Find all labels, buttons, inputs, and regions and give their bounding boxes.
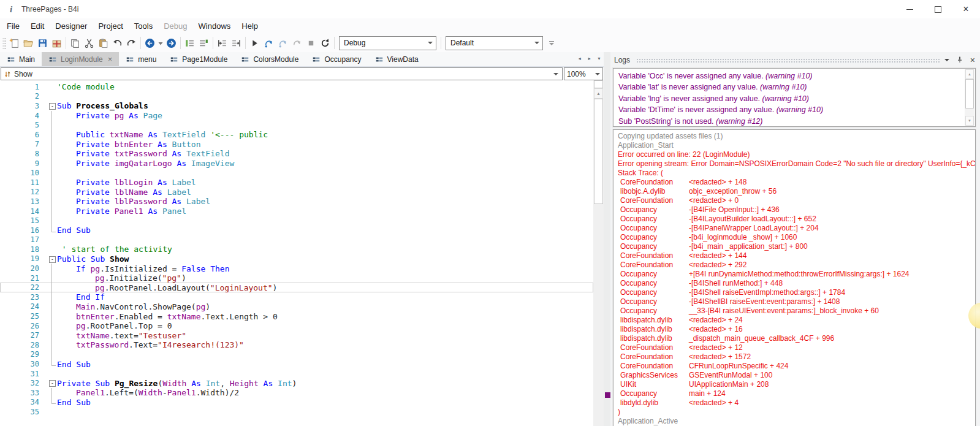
code-line[interactable]: 20If pg.IsInitialized = False Then: [0, 264, 593, 273]
menu-help[interactable]: Help: [236, 20, 264, 32]
code-line[interactable]: 6Public txtName As TextField '<--- publi…: [0, 130, 593, 140]
code-line[interactable]: 25btnEnter.Enabled = txtName.Text.Length…: [0, 311, 593, 321]
comment-code-icon[interactable]: [197, 36, 211, 50]
cut-icon[interactable]: [82, 36, 96, 50]
fold-collapse-icon[interactable]: -: [49, 103, 56, 110]
fold-gutter[interactable]: -: [48, 254, 57, 264]
close-button[interactable]: ×: [952, 0, 980, 18]
fold-collapse-icon[interactable]: -: [49, 380, 56, 387]
sub-selector[interactable]: Show: [1, 67, 563, 80]
undo-icon[interactable]: [110, 36, 124, 50]
scroll-up-icon[interactable]: ▲: [965, 69, 974, 79]
pin-icon[interactable]: [956, 56, 963, 64]
warnings-scrollbar[interactable]: ▲ ▼: [965, 69, 974, 126]
code-line[interactable]: 8Private txtPassword As TextField: [0, 149, 593, 159]
code-line[interactable]: 21pg.Initialize("pg"): [0, 273, 593, 283]
shift-left-icon[interactable]: [215, 36, 229, 50]
code-line[interactable]: 17: [0, 235, 593, 245]
code-line[interactable]: 30End Sub: [0, 359, 593, 369]
tab-scroll-left-icon[interactable]: ◄: [577, 56, 582, 61]
code-line[interactable]: 29: [0, 350, 593, 360]
code-line[interactable]: 28txtPassword.Text="I4research!(123)": [0, 340, 593, 350]
menu-designer[interactable]: Designer: [50, 20, 93, 32]
code-editor[interactable]: 1'Code module23-Sub Process_Globals4Priv…: [0, 80, 593, 426]
code-line[interactable]: 24Main.NavControl.ShowPage(pg): [0, 302, 593, 312]
code-line[interactable]: 23End If: [0, 292, 593, 302]
navigate-back-dropdown-icon[interactable]: [157, 36, 164, 50]
code-line[interactable]: 34End Sub: [0, 398, 593, 408]
code-line[interactable]: 19-Public Sub Show: [0, 254, 593, 264]
paste-icon[interactable]: [96, 36, 110, 50]
shift-right-icon[interactable]: [229, 36, 243, 50]
toolbar-overflow-button[interactable]: [549, 41, 554, 45]
redo-icon[interactable]: [124, 36, 139, 50]
tab-occupancy[interactable]: Occupancy: [305, 52, 368, 66]
menu-tools[interactable]: Tools: [129, 20, 158, 32]
code-line[interactable]: 5: [0, 120, 593, 130]
run-icon[interactable]: [248, 36, 262, 50]
tab-page1module[interactable]: Page1Module: [163, 52, 234, 66]
scroll-down-icon[interactable]: ▼: [965, 116, 974, 126]
code-line[interactable]: 10: [0, 168, 593, 178]
panel-menu-icon[interactable]: [944, 59, 949, 61]
close-panel-icon[interactable]: ×: [970, 56, 975, 64]
tab-loginmodule[interactable]: LoginModule×: [42, 52, 119, 66]
code-line[interactable]: 11Private lblLogin As Label: [0, 178, 593, 188]
tab-close-icon[interactable]: ×: [108, 55, 113, 64]
export-package-icon[interactable]: [50, 36, 64, 50]
editor-scrollbar-thumb[interactable]: [594, 99, 603, 204]
format-code-icon[interactable]: [183, 36, 197, 50]
code-line[interactable]: 18 ' start of the activity: [0, 245, 593, 254]
fold-collapse-icon[interactable]: -: [49, 256, 56, 263]
open-project-icon[interactable]: [21, 36, 36, 50]
code-line[interactable]: 26pg.RootPanel.Top = 0: [0, 321, 593, 331]
navigate-back-icon[interactable]: [143, 36, 157, 50]
menu-edit[interactable]: Edit: [25, 20, 50, 32]
code-line[interactable]: 15: [0, 216, 593, 226]
warnings-scrollbar-thumb[interactable]: [965, 79, 974, 108]
step-out-icon[interactable]: [290, 36, 304, 50]
code-line[interactable]: 1'Code module: [0, 82, 593, 92]
fold-gutter[interactable]: -: [48, 101, 57, 111]
tab-colorsmodule[interactable]: ColorsModule: [234, 52, 305, 66]
scroll-up-icon[interactable]: ▲: [594, 88, 603, 99]
code-line[interactable]: 3-Sub Process_Globals: [0, 101, 593, 111]
tab-main[interactable]: Main: [0, 52, 42, 66]
code-line[interactable]: 22pg.RootPanel.LoadLayout("LoginLayout"): [0, 283, 593, 292]
code-line[interactable]: 35: [0, 407, 593, 417]
editor-scrollbar[interactable]: ▲: [593, 80, 604, 426]
profile-select[interactable]: Default: [446, 36, 543, 50]
menu-file[interactable]: File: [1, 20, 25, 32]
copy-icon[interactable]: [68, 36, 82, 50]
code-line[interactable]: 13Private lblPassword As Label: [0, 197, 593, 207]
restart-icon[interactable]: [318, 36, 332, 50]
tab-menu[interactable]: menu: [119, 52, 163, 66]
fold-gutter[interactable]: -: [48, 378, 57, 388]
warnings-list[interactable]: Variable 'Occ' is never assigned any val…: [613, 68, 976, 127]
save-icon[interactable]: [36, 36, 50, 50]
tab-list-dropdown-icon[interactable]: ▼: [597, 56, 601, 61]
menu-project[interactable]: Project: [93, 20, 128, 32]
tab-scroll-right-icon[interactable]: ►: [587, 56, 591, 61]
code-line[interactable]: 9Private imgQatarLogo As ImageView: [0, 159, 593, 169]
editor-split-grip[interactable]: [594, 80, 603, 88]
panel-splitter[interactable]: [604, 52, 610, 426]
code-line[interactable]: 31: [0, 369, 593, 379]
code-line[interactable]: 4Private pg As Page: [0, 111, 593, 121]
build-configuration-select[interactable]: Debug: [339, 36, 436, 50]
code-line[interactable]: 32-Private Sub Pg_Resize(Width As Int, H…: [0, 378, 593, 388]
code-line[interactable]: 16End Sub: [0, 226, 593, 235]
code-line[interactable]: 12Private lblName As Label: [0, 188, 593, 197]
code-line[interactable]: 33Panel1.Left=(Width-Panel1.Width)/2: [0, 388, 593, 398]
code-line[interactable]: 2: [0, 92, 593, 102]
maximize-button[interactable]: [924, 0, 952, 18]
code-line[interactable]: 27txtName.text="Testuser": [0, 330, 593, 340]
log-output[interactable]: Copying updated assets files (1)Applicat…: [613, 129, 976, 426]
navigate-forward-icon[interactable]: [164, 36, 178, 50]
menu-debug[interactable]: Debug: [158, 20, 192, 32]
step-into-icon[interactable]: [262, 36, 276, 50]
new-module-icon[interactable]: [7, 36, 21, 50]
code-line[interactable]: 14Private Panel1 As Panel: [0, 207, 593, 216]
menu-windows[interactable]: Windows: [193, 20, 237, 32]
step-over-icon[interactable]: [276, 36, 290, 50]
